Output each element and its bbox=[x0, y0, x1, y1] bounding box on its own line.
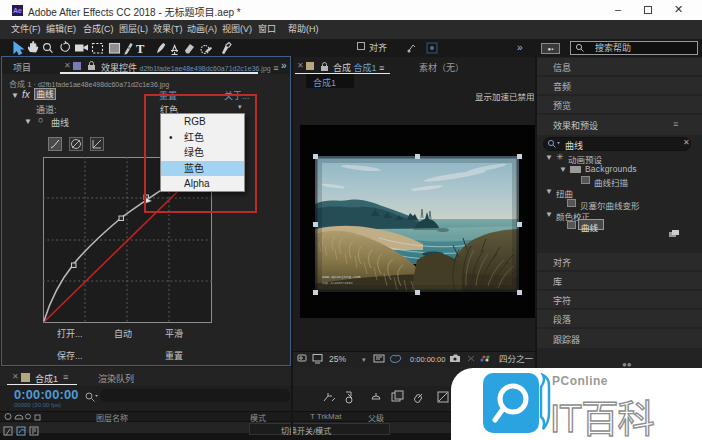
svg-text:0:00:00:00: 0:00:00:00 bbox=[410, 355, 445, 364]
svg-text:www.quanjing.com: www.quanjing.com bbox=[322, 275, 361, 279]
svg-text:25%: 25% bbox=[329, 354, 346, 364]
svg-text:四分之一: 四分之一 bbox=[499, 354, 534, 364]
svg-text:T: T bbox=[136, 42, 145, 56]
svg-text:▾: ▾ bbox=[362, 356, 366, 363]
svg-text:top 4249587909N: top 4249587909N bbox=[322, 281, 353, 285]
